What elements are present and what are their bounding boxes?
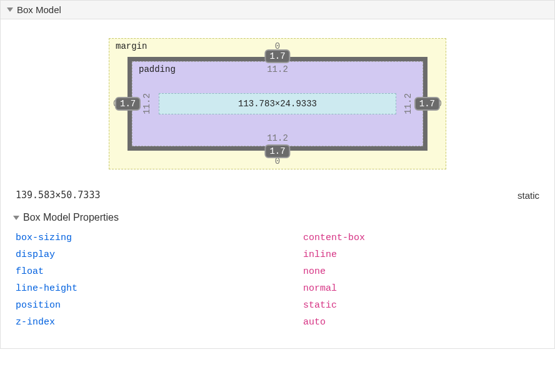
border-top-value[interactable]: 1.7 bbox=[264, 49, 290, 63]
section-title: Box Model bbox=[17, 4, 61, 15]
property-name[interactable]: display bbox=[16, 249, 303, 260]
property-name[interactable]: box-sizing bbox=[16, 233, 303, 243]
element-dimensions: 139.583×50.7333 bbox=[16, 189, 100, 201]
section-header-box-model[interactable]: Box Model bbox=[1, 1, 554, 19]
border-right-value[interactable]: 1.7 bbox=[414, 97, 440, 111]
property-name[interactable]: line-height bbox=[16, 283, 303, 294]
position-mode: static bbox=[518, 190, 539, 201]
property-value[interactable]: none bbox=[303, 266, 326, 277]
property-value[interactable]: content-box bbox=[303, 233, 365, 243]
property-value[interactable]: auto bbox=[303, 317, 326, 328]
margin-label: margin bbox=[116, 41, 147, 51]
content-size: 113.783×24.9333 bbox=[238, 99, 317, 109]
geometry-row: 139.583×50.7333 static bbox=[13, 178, 542, 208]
padding-bottom-value[interactable]: 11.2 bbox=[267, 133, 288, 143]
margin-region[interactable]: margin 0 0 0 0 border 1.7 1.7 1.7 1.7 pa… bbox=[109, 38, 446, 169]
property-row: z-index auto bbox=[16, 314, 539, 331]
property-name[interactable]: position bbox=[16, 300, 303, 311]
padding-top-value[interactable]: 11.2 bbox=[267, 64, 288, 74]
property-row: box-sizing content-box bbox=[16, 229, 539, 246]
disclosure-triangle-icon bbox=[13, 216, 19, 220]
padding-region[interactable]: padding 11.2 11.2 11.2 11.2 113.783×24.9… bbox=[132, 61, 423, 146]
disclosure-triangle-icon bbox=[7, 8, 13, 12]
property-value[interactable]: inline bbox=[303, 249, 337, 260]
box-model-panel: Box Model margin 0 0 0 0 border 1.7 1.7 … bbox=[0, 0, 555, 349]
property-value[interactable]: normal bbox=[303, 283, 337, 294]
border-left-value[interactable]: 1.7 bbox=[115, 97, 141, 111]
box-model-diagram: margin 0 0 0 0 border 1.7 1.7 1.7 1.7 pa… bbox=[13, 38, 542, 169]
content-region[interactable]: 113.783×24.9333 bbox=[159, 93, 396, 114]
border-bottom-value[interactable]: 1.7 bbox=[264, 144, 290, 158]
subsection-title: Box Model Properties bbox=[23, 212, 119, 223]
property-value[interactable]: static bbox=[303, 300, 337, 311]
property-row: line-height normal bbox=[16, 280, 539, 297]
padding-right-value[interactable]: 11.2 bbox=[403, 93, 413, 114]
padding-left-value[interactable]: 11.2 bbox=[142, 93, 152, 114]
section-header-box-model-properties[interactable]: Box Model Properties bbox=[13, 208, 542, 229]
properties-list: box-sizing content-box display inline fl… bbox=[13, 229, 542, 336]
property-row: position static bbox=[16, 297, 539, 314]
property-row: display inline bbox=[16, 246, 539, 263]
property-row: float none bbox=[16, 263, 539, 280]
property-name[interactable]: float bbox=[16, 266, 303, 277]
padding-label: padding bbox=[139, 64, 176, 74]
border-region[interactable]: border 1.7 1.7 1.7 1.7 padding 11.2 11.2… bbox=[128, 57, 428, 151]
property-name[interactable]: z-index bbox=[16, 317, 303, 328]
section-body: margin 0 0 0 0 border 1.7 1.7 1.7 1.7 pa… bbox=[1, 19, 554, 348]
